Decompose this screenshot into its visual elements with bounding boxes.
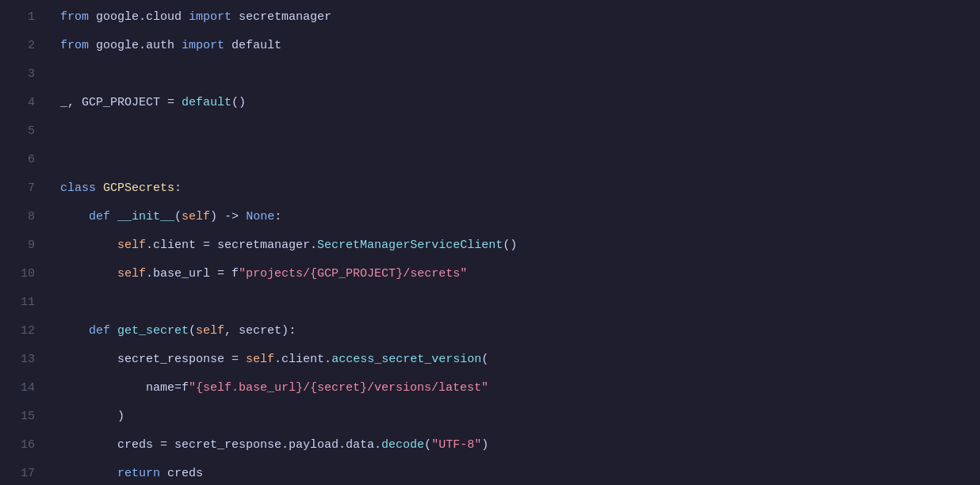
token-indent6: name [60,374,174,403]
token-getsecret: get_secret [117,317,189,346]
token-client: client [153,231,203,260]
token-p5: ) [281,317,289,346]
code-line-13: secret_response = self.client.access_sec… [60,346,967,374]
token-str2: "{self.base_url}/{secret}/versions/lates… [189,374,488,403]
line-num-17: 17 [13,460,35,485]
token-str1: "projects/{GCP_PROJECT}/secrets" [239,260,467,288]
token-p1: ( [174,203,182,231]
token-access: access_secret_version [331,346,481,374]
line-num-11: 11 [13,288,35,317]
code-line-1: from google.cloud import secretmanager [60,3,967,32]
code-line-12: def get_secret(self, secret): [60,317,967,346]
line-num-1: 1 [13,3,35,32]
token-f2: f [182,374,189,403]
token-decode: decode [381,431,424,460]
token-indent5: secret_response [60,346,232,374]
code-line-5 [60,117,967,146]
token-6: = [167,89,174,117]
token-5: _, GCP_PROJECT [60,89,167,117]
token-indent8: creds [60,431,160,460]
token-indent4 [60,317,89,346]
token-indent2 [60,231,117,260]
code-line-7: class GCPSecrets: [60,174,967,203]
token-p6: ( [481,346,488,374]
token-p9: ) [481,431,488,460]
token-self4: self [196,317,224,346]
token-p3: () [503,231,517,260]
token-client2: client. [281,346,331,374]
token-eq1: = [203,231,210,260]
token-4: default [224,32,281,60]
token-2: secretmanager [232,3,331,32]
code-line-3 [60,60,967,89]
token-space2 [110,317,117,346]
token-from-2: from [60,32,89,60]
token-p4: ( [189,317,196,346]
token-colon3: : [289,317,296,346]
code-line-16: creds = secret_response.payload.data.dec… [60,431,967,460]
token-def1: def [89,203,110,231]
token-dot3: . [274,346,281,374]
token-p7: ) [117,403,124,431]
code-line-15: ) [60,403,967,431]
code-line-14: name=f"{self.base_url}/{secret}/versions… [60,374,967,403]
line-num-2: 2 [13,32,35,60]
code-line-17: return creds [60,460,967,485]
token-from-1: from [60,3,89,32]
token-space3 [239,346,246,374]
token-indent7 [60,403,117,431]
line-num-13: 13 [13,346,35,374]
code-line-10: self.base_url = f"projects/{GCP_PROJECT}… [60,260,967,288]
token-p8: ( [424,431,431,460]
token-8: default [182,89,232,117]
token-9: () [232,89,246,117]
token-arrow: -> [217,203,246,231]
line-num-12: 12 [13,317,35,346]
token-import-1: import [189,3,232,32]
token-secret-param: , secret [224,317,281,346]
token-return: return [117,460,160,485]
token-colon2: : [274,203,281,231]
code-line-6 [60,146,967,174]
line-num-3: 3 [13,60,35,89]
line-num-16: 16 [13,431,35,460]
token-init: __init__ [117,203,174,231]
token-str3: "UTF-8" [431,431,481,460]
code-line-9: self.client = secretmanager.SecretManage… [60,231,967,260]
line-num-5: 5 [13,117,35,146]
token-def2: def [89,317,110,346]
line-num-8: 8 [13,203,35,231]
token-eq2: = [217,260,224,288]
line-num-15: 15 [13,403,35,431]
token-space1 [110,203,117,231]
token-p2: ) [210,203,217,231]
line-numbers: 1 2 3 4 5 6 7 8 9 10 11 12 13 14 15 16 1… [0,3,48,482]
code-editor: 1 2 3 4 5 6 7 8 9 10 11 12 13 14 15 16 1… [0,0,980,485]
code-line-8: def __init__(self) -> None: [60,203,967,231]
code-line-4: _, GCP_PROJECT = default() [60,89,967,117]
token-colon1: : [174,174,182,203]
token-sm: secretmanager. [210,231,317,260]
token-smsvc: SecretManagerServiceClient [317,231,503,260]
token-import-2: import [182,32,224,60]
line-num-4: 4 [13,89,35,117]
token-3: google.auth [89,32,182,60]
token-eq4: = [174,374,182,403]
token-creds: creds [160,460,203,485]
token-indent9 [60,460,117,485]
token-self3: self [117,260,146,288]
token-7 [174,89,182,117]
code-lines: from google.cloud import secretmanager f… [48,3,980,482]
token-self5: self [246,346,274,374]
token-f1: f [224,260,239,288]
token-indent1 [60,203,89,231]
token-1: google.cloud [89,3,189,32]
token-eq5: = [160,431,167,460]
token-secretresp: secret_response.payload.data. [167,431,381,460]
token-baseurl: base_url [153,260,217,288]
token-indent3 [60,260,117,288]
line-num-14: 14 [13,374,35,403]
token-dot2: . [146,260,153,288]
code-line-11 [60,288,967,317]
token-classname: GCPSecrets [96,174,174,203]
